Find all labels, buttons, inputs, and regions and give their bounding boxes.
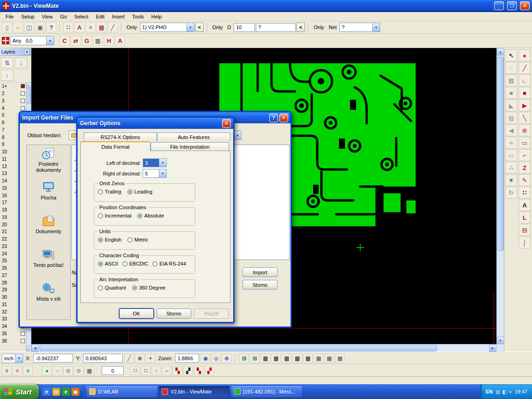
radio-option[interactable]: Trailing: [98, 189, 121, 194]
dots-tool-icon[interactable]: ∴: [505, 162, 517, 174]
null-1-icon[interactable]: ⊘: [63, 366, 73, 375]
place-network[interactable]: Místa v síti: [27, 283, 70, 316]
scroll-up-icon[interactable]: ▲: [26, 83, 31, 88]
context-help-icon[interactable]: ?: [46, 22, 56, 32]
scroll-up-icon[interactable]: ▲: [497, 48, 504, 55]
chevron-down-icon[interactable]: ▼: [159, 169, 166, 177]
dcode-filter-field[interactable]: ?: [256, 23, 296, 32]
layer-color-swatch[interactable]: [21, 339, 25, 343]
volume-tray-icon[interactable]: ◧: [502, 389, 507, 395]
radio-option[interactable]: Metric: [127, 237, 148, 242]
dots-2-icon[interactable]: ∷: [141, 366, 151, 375]
zoom-window-icon[interactable]: ◎: [211, 354, 221, 363]
draw-pad-icon[interactable]: ●: [519, 49, 531, 61]
pattern-1-icon[interactable]: ▩: [260, 354, 270, 363]
draw-sketch-icon[interactable]: ✎: [519, 174, 531, 186]
pad-red-3-icon[interactable]: ▞: [205, 366, 214, 375]
dcode-counter-field[interactable]: 0: [102, 366, 124, 375]
online-dot-icon[interactable]: ●: [42, 366, 52, 375]
zoom-in-icon[interactable]: ◉: [200, 354, 210, 363]
tab-auto-features[interactable]: Auto Features: [157, 133, 230, 141]
filled-pad-icon[interactable]: ■: [505, 87, 517, 99]
layers-close-icon[interactable]: ✕: [24, 49, 30, 54]
units-combo[interactable]: inch ▼: [2, 354, 23, 363]
tab-file-interpretation[interactable]: File Interpretation: [151, 142, 229, 151]
layer-row[interactable]: 35: [0, 330, 26, 338]
chevron-down-icon[interactable]: ▼: [46, 36, 54, 45]
right-of-decimal-combo[interactable]: 5 ▼: [143, 169, 167, 178]
save-icon[interactable]: ◫: [24, 22, 34, 32]
pattern-2-icon[interactable]: ▩: [271, 354, 281, 363]
rect-tool-icon[interactable]: ▭: [505, 149, 517, 161]
import-button[interactable]: Import: [242, 267, 278, 277]
draw-zigzag-icon[interactable]: Z: [519, 162, 531, 174]
only-dcode-label[interactable]: Only: [211, 24, 225, 30]
y-coordinate-field[interactable]: 0.690643: [83, 354, 123, 363]
select-cursor-icon[interactable]: ↖: [505, 49, 517, 61]
start-button[interactable]: Start: [0, 384, 39, 399]
draw-arrow-icon[interactable]: ▶: [519, 99, 531, 111]
menu-item[interactable]: Help: [148, 13, 165, 20]
layer-stack-icon[interactable]: ▤: [505, 74, 517, 86]
place-documents[interactable]: Dokumenty: [27, 215, 70, 249]
folders-quicklaunch-icon[interactable]: ▤: [52, 388, 60, 396]
place-desktop[interactable]: Plocha: [27, 181, 70, 215]
menu-item[interactable]: Tools: [129, 13, 147, 20]
layer-row[interactable]: 3: [0, 97, 26, 105]
blank-dot-icon[interactable]: ○: [53, 366, 62, 375]
text-tool-icon[interactable]: A: [519, 199, 531, 211]
aperture-a-icon[interactable]: A: [115, 36, 125, 46]
draw-frame-icon[interactable]: ⊟: [519, 224, 531, 236]
radio-option[interactable]: Leading: [127, 189, 152, 194]
burst-tool-icon[interactable]: ✳: [505, 174, 517, 186]
updown-icon[interactable]: ↕: [151, 366, 161, 375]
task-mlab[interactable]: D:\MLAB: [86, 386, 157, 397]
network-tray-icon[interactable]: ▥: [496, 389, 500, 395]
menu-item[interactable]: Select: [71, 13, 92, 20]
chevron-down-icon[interactable]: ▼: [15, 354, 23, 363]
grid-view-icon[interactable]: ▦: [97, 22, 107, 32]
ie-quicklaunch-icon[interactable]: e: [42, 388, 50, 396]
chevron-down-icon[interactable]: ▼: [159, 159, 166, 167]
task-viewmate[interactable]: V2.bin - ViewMate: [159, 386, 230, 397]
layer-color-swatch[interactable]: [21, 106, 25, 110]
grid-toggle-icon[interactable]: ⊞: [239, 354, 249, 363]
layer-bars-icon[interactable]: ≡: [85, 22, 96, 32]
pattern-4-icon[interactable]: ▩: [292, 354, 302, 363]
new-file-icon[interactable]: ▯: [2, 22, 12, 32]
origin-icon[interactable]: ⊕: [135, 354, 145, 363]
place-recent-documents[interactable]: Poslední dokumenty: [27, 148, 70, 181]
menu-item[interactable]: Setup: [18, 13, 38, 20]
layer-down-icon[interactable]: ↓: [15, 57, 27, 68]
null-2-icon[interactable]: ⊘: [74, 366, 84, 375]
draw-l-icon[interactable]: L: [519, 212, 531, 224]
browser-quicklaunch-icon[interactable]: ◉: [72, 388, 79, 396]
grid-snap-icon[interactable]: ⊞: [250, 354, 260, 363]
layer-color-swatch[interactable]: [21, 84, 25, 88]
chevron-down-icon[interactable]: ▼: [187, 23, 194, 31]
dialog-close-button[interactable]: ✕: [279, 114, 288, 122]
select-any-combo[interactable]: Any (U) ▼: [10, 36, 54, 45]
only-layer-label[interactable]: Only: [125, 24, 139, 30]
radio-option[interactable]: Incremental: [98, 213, 131, 218]
layer-row[interactable]: 2: [0, 90, 26, 97]
radio-option[interactable]: Quadrant: [98, 285, 126, 290]
layer-color-swatch[interactable]: [21, 91, 25, 96]
wave-tool-icon[interactable]: ≈: [505, 137, 517, 149]
rotate-tool-icon[interactable]: ↻: [505, 187, 517, 199]
menu-item[interactable]: Edit: [92, 13, 108, 20]
apply-button[interactable]: Použít: [194, 308, 229, 319]
pad-red-1-icon[interactable]: ▚: [173, 366, 182, 375]
minimize-button[interactable]: _: [494, 1, 504, 10]
zoom-value-field[interactable]: 1.8866: [175, 354, 199, 363]
report-2-icon[interactable]: ≡: [12, 366, 22, 375]
vertical-scrollbar[interactable]: ▲ ▼: [496, 48, 504, 344]
radio-option[interactable]: 360 Degree: [132, 285, 166, 290]
draw-route-icon[interactable]: ⌐: [519, 149, 531, 161]
task-messenger[interactable]: [191-482-091] - Mess...: [231, 386, 302, 397]
menu-item[interactable]: Insert: [109, 13, 128, 20]
draw-circle-icon[interactable]: ⊙: [519, 124, 531, 136]
gcode-icon[interactable]: G: [82, 36, 92, 46]
dialog-close-button[interactable]: ✕: [222, 119, 231, 128]
tab-data-format[interactable]: Data Format: [80, 141, 151, 151]
